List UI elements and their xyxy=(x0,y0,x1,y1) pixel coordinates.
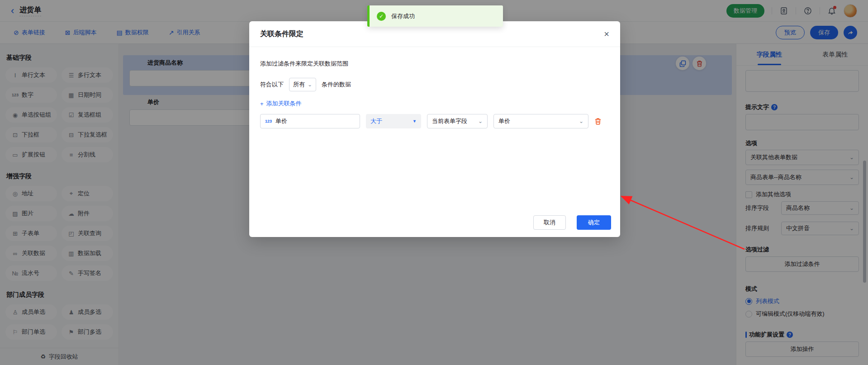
dialog-description: 添加过滤条件来限定关联数据范围 xyxy=(260,60,609,68)
condition-field-select[interactable]: 123 单价 xyxy=(260,114,360,128)
match-condition-row: 符合以下 所有 ⌄ 条件的数据 xyxy=(260,78,609,91)
plus-icon: + xyxy=(260,100,264,107)
condition-value-type-select[interactable]: 当前表单字段 ⌄ xyxy=(427,114,488,128)
condition-value-type: 当前表单字段 xyxy=(432,117,467,125)
chevron-down-icon: ⌄ xyxy=(579,119,583,124)
association-condition-dialog: 关联条件限定 × 添加过滤条件来限定关联数据范围 符合以下 所有 ⌄ 条件的数据… xyxy=(249,21,620,237)
caret-down-icon: ▼ xyxy=(413,119,417,123)
condition-value: 单价 xyxy=(498,117,510,125)
dialog-title: 关联条件限定 xyxy=(260,29,304,39)
number-type-icon: 123 xyxy=(265,119,272,123)
condition-operator-value: 大于 xyxy=(370,117,382,125)
add-condition-label: 添加关联条件 xyxy=(266,100,302,108)
match-scope-value: 所有 xyxy=(293,81,305,89)
delete-condition-button[interactable] xyxy=(594,118,602,125)
condition-field-value: 单价 xyxy=(275,117,287,125)
close-icon[interactable]: × xyxy=(604,29,609,38)
confirm-button[interactable]: 确定 xyxy=(577,215,611,230)
cancel-button[interactable]: 取消 xyxy=(533,215,566,230)
chevron-down-icon: ⌄ xyxy=(308,82,312,87)
toast-message: 保存成功 xyxy=(391,12,415,20)
condition-row: 123 单价 大于 ▼ 当前表单字段 ⌄ 单价 ⌄ xyxy=(260,114,609,128)
condition-value-select[interactable]: 单价 ⌄ xyxy=(493,114,588,128)
success-check-icon: ✓ xyxy=(377,12,386,21)
success-toast: ✓ 保存成功 xyxy=(367,5,503,27)
match-scope-select[interactable]: 所有 ⌄ xyxy=(289,78,316,91)
match-prefix: 符合以下 xyxy=(260,81,284,89)
trash-icon xyxy=(594,118,602,125)
add-condition-link[interactable]: + 添加关联条件 xyxy=(260,100,302,108)
match-suffix: 条件的数据 xyxy=(322,81,351,89)
chevron-down-icon: ⌄ xyxy=(478,119,483,124)
condition-operator-select[interactable]: 大于 ▼ xyxy=(366,114,421,128)
